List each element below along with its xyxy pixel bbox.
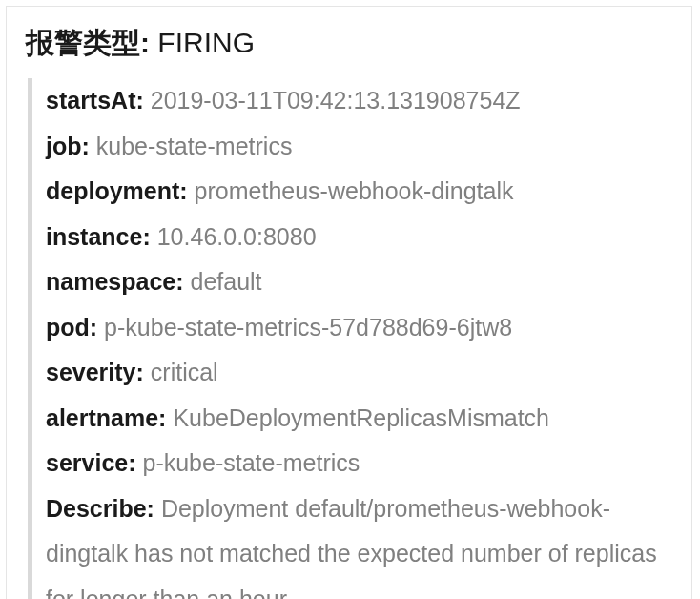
label-pod: pod:	[46, 314, 97, 341]
label-alertname: alertname:	[46, 404, 166, 431]
field-alertname: alertname: KubeDeploymentReplicasMismatc…	[46, 396, 672, 442]
field-pod: pod: p-kube-state-metrics-57d788d69-6jtw…	[46, 305, 672, 351]
field-severity: severity: critical	[46, 350, 672, 396]
value-instance: 10.46.0.0:8080	[157, 223, 317, 250]
label-instance: instance:	[46, 223, 151, 250]
value-job: kube-state-metrics	[96, 133, 293, 159]
alert-title-value: FIRING	[157, 27, 255, 58]
field-describe: Describe: Deployment default/prometheus-…	[46, 486, 672, 600]
alert-details: startsAt: 2019-03-11T09:42:13.131908754Z…	[28, 78, 672, 599]
value-namespace: default	[190, 268, 261, 295]
value-alertname: KubeDeploymentReplicasMismatch	[173, 404, 549, 431]
alert-title-label: 报警类型:	[26, 27, 150, 58]
value-deployment: prometheus-webhook-dingtalk	[195, 177, 514, 204]
field-namespace: namespace: default	[46, 259, 672, 305]
label-service: service:	[46, 449, 136, 476]
label-describe: Describe:	[46, 495, 154, 522]
field-deployment: deployment: prometheus-webhook-dingtalk	[46, 169, 672, 215]
label-namespace: namespace:	[46, 268, 184, 295]
label-severity: severity:	[46, 359, 144, 385]
value-pod: p-kube-state-metrics-57d788d69-6jtw8	[104, 314, 512, 341]
alert-card: 报警类型: FIRING startsAt: 2019-03-11T09:42:…	[6, 6, 692, 599]
value-service: p-kube-state-metrics	[142, 449, 360, 476]
field-job: job: kube-state-metrics	[46, 124, 672, 170]
value-startsAt: 2019-03-11T09:42:13.131908754Z	[151, 87, 521, 114]
field-instance: instance: 10.46.0.0:8080	[46, 215, 672, 260]
value-severity: critical	[151, 359, 218, 385]
field-service: service: p-kube-state-metrics	[46, 441, 672, 486]
field-startsAt: startsAt: 2019-03-11T09:42:13.131908754Z	[46, 78, 672, 124]
label-startsAt: startsAt:	[46, 87, 144, 114]
alert-title: 报警类型: FIRING	[26, 24, 672, 61]
label-deployment: deployment:	[46, 177, 188, 204]
label-job: job:	[46, 133, 90, 159]
